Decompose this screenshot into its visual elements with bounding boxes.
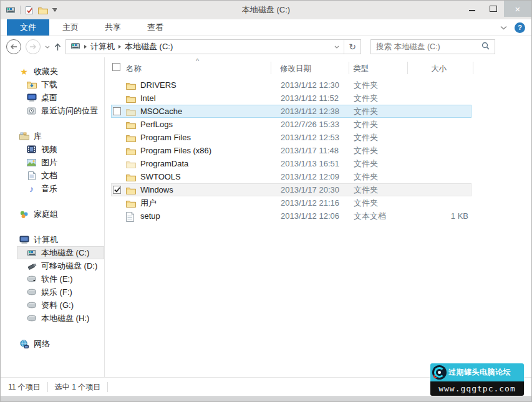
pictures-image-icon — [26, 158, 37, 168]
file-row-programdata[interactable]: ProgramData 2013/1/13 16:51 文件夹 — [111, 157, 472, 170]
search-box[interactable]: 搜索 本地磁盘 (C:) — [370, 39, 495, 54]
sidebar-item-music[interactable]: ♪ 音乐 — [17, 182, 104, 195]
breadcrumb-item-computer[interactable]: 计算机 — [90, 41, 115, 52]
row-checkbox-unchecked[interactable] — [113, 107, 121, 115]
file-row-perflogs[interactable]: PerfLogs 2012/7/26 15:33 文件夹 — [111, 118, 472, 131]
sidebar-item-recent-places[interactable]: 最近访问的位置 — [17, 104, 104, 117]
row-checkbox-checked[interactable] — [113, 186, 121, 194]
recent-locations-dropdown[interactable] — [45, 45, 50, 49]
sidebar-item-pictures[interactable]: 图片 — [17, 156, 104, 169]
network-globe-icon — [19, 339, 29, 349]
tab-share[interactable]: 共享 — [92, 19, 134, 36]
column-header-date[interactable]: 修改日期 — [280, 64, 311, 74]
column-divider[interactable] — [271, 62, 271, 74]
column-divider[interactable] — [349, 62, 349, 74]
sidebar-item-videos[interactable]: 视频 — [17, 143, 104, 156]
column-header-size[interactable]: 大小 — [431, 64, 447, 74]
column-header-row: 名称 ^ 修改日期 类型 大小 — [111, 61, 531, 76]
sidebar-item-local-disk-h[interactable]: 本地磁盘 (H:) — [17, 312, 104, 325]
title-bar: 本地磁盘 (C:) × — [1, 1, 531, 19]
file-row-swtools[interactable]: SWTOOLS 2013/1/12 12:09 文件夹 — [111, 170, 472, 183]
sidebar-label: 本地磁盘 (C:) — [41, 247, 89, 259]
address-dropdown-icon[interactable] — [330, 40, 344, 54]
file-date: 2013/1/12 12:06 — [281, 210, 339, 222]
tab-view[interactable]: 查看 — [134, 19, 177, 36]
sidebar-item-computer[interactable]: 计算机 — [17, 233, 104, 246]
sidebar-item-documents[interactable]: 文档 — [17, 169, 104, 182]
sidebar-label: 图片 — [41, 157, 57, 168]
disk-drive-icon — [26, 313, 37, 323]
navigation-pane: ★ 收藏夹 下载 桌面 最近访问的位置 — [1, 57, 105, 377]
toolbar-separator — [20, 6, 21, 14]
sidebar-item-homegroup[interactable]: 家庭组 — [17, 208, 104, 221]
file-date: 2013/1/12 12:09 — [281, 171, 339, 183]
collapse-ribbon-icon[interactable] — [500, 26, 507, 30]
sidebar-label: 软件 (E:) — [41, 274, 73, 285]
sidebar-item-favorites[interactable]: ★ 收藏夹 — [17, 65, 104, 78]
sidebar-item-drive-e[interactable]: 软件 (E:) — [17, 272, 104, 285]
breadcrumb-arrow-icon — [118, 45, 121, 49]
drive-icon — [6, 6, 16, 14]
sidebar-label: 收藏夹 — [34, 66, 58, 77]
column-header-type[interactable]: 类型 — [353, 64, 369, 74]
customize-toolbar-dropdown[interactable] — [52, 8, 57, 12]
tab-file[interactable]: 文件 — [7, 19, 49, 36]
file-row-msocache[interactable]: MSOCache 2013/1/12 12:38 文件夹 — [111, 105, 472, 118]
new-folder-button[interactable] — [38, 6, 48, 14]
file-date: 2013/1/17 20:30 — [281, 184, 339, 196]
file-type: 文件夹 — [354, 105, 378, 117]
search-icon[interactable] — [481, 41, 490, 52]
sidebar-item-downloads[interactable]: 下载 — [17, 78, 104, 91]
file-date: 2013/1/13 16:51 — [281, 158, 339, 170]
sidebar-item-drive-g[interactable]: 资料 (G:) — [17, 299, 104, 312]
ribbon-tab-bar: 文件 主页 共享 查看 ? — [1, 19, 531, 36]
properties-button[interactable] — [25, 6, 34, 15]
column-header-name[interactable]: 名称 — [126, 64, 142, 74]
sidebar-item-removable-disk-d[interactable]: 可移动磁盘 (D:) — [17, 259, 104, 272]
file-row-users[interactable]: 用户 2013/1/12 21:16 文件夹 — [111, 196, 472, 209]
sidebar-label: 网络 — [34, 338, 50, 350]
sidebar-label: 家庭组 — [34, 209, 58, 220]
file-list-pane: 名称 ^ 修改日期 类型 大小 DRIVERS 2013/1/12 12:30 … — [105, 57, 531, 377]
maximize-button[interactable] — [483, 1, 504, 17]
sidebar-item-drive-f[interactable]: 娱乐 (F:) — [17, 285, 104, 299]
folder-icon — [126, 160, 137, 169]
sidebar-label: 计算机 — [34, 234, 58, 246]
file-name: Intel — [140, 92, 156, 104]
documents-page-icon — [26, 171, 37, 181]
desktop-monitor-icon — [26, 93, 37, 103]
address-bar[interactable]: 计算机 本地磁盘 (C:) ↻ — [65, 39, 361, 54]
up-button[interactable] — [54, 43, 61, 51]
sidebar-item-network[interactable]: 网络 — [17, 337, 104, 350]
file-type: 文件夹 — [354, 118, 378, 130]
sidebar-item-local-disk-c[interactable]: 本地磁盘 (C:) — [17, 246, 104, 259]
file-row-program-files[interactable]: Program Files 2013/1/12 12:53 文件夹 — [111, 131, 472, 144]
window-controls: × — [462, 1, 531, 19]
file-row-intel[interactable]: Intel 2013/1/12 11:52 文件夹 — [111, 92, 472, 105]
file-date: 2013/1/12 12:38 — [281, 105, 339, 117]
tab-home[interactable]: 主页 — [49, 19, 92, 36]
refresh-button[interactable]: ↻ — [344, 40, 360, 54]
forward-button[interactable] — [26, 39, 41, 54]
minimize-button[interactable] — [462, 1, 483, 17]
back-button[interactable] — [6, 39, 21, 54]
close-button[interactable]: × — [504, 1, 531, 17]
file-row-drivers[interactable]: DRIVERS 2013/1/12 12:30 文件夹 — [111, 79, 472, 92]
file-row-program-files-x86[interactable]: Program Files (x86) 2013/1/17 11:48 文件夹 — [111, 144, 472, 157]
file-row-setup[interactable]: setup 2013/1/12 12:06 文本文档 1 KB — [111, 209, 472, 223]
file-name: Windows — [140, 184, 173, 196]
sidebar-item-libraries[interactable]: 库 — [17, 130, 104, 143]
file-date: 2013/1/12 21:16 — [281, 197, 339, 209]
folder-icon — [126, 120, 137, 130]
select-all-checkbox[interactable] — [112, 63, 120, 71]
column-divider[interactable] — [407, 62, 408, 74]
recent-places-icon — [26, 106, 37, 116]
breadcrumb-item-local-disk-c[interactable]: 本地磁盘 (C:) — [125, 41, 173, 52]
selected-count: 选中 1 个项目 — [55, 382, 100, 393]
column-divider[interactable] — [473, 62, 473, 74]
help-icon[interactable]: ? — [515, 22, 525, 33]
file-row-windows[interactable]: Windows 2013/1/17 20:30 文件夹 — [111, 183, 472, 196]
folder-icon — [126, 146, 137, 156]
file-date: 2013/1/12 12:30 — [281, 79, 339, 91]
sidebar-item-desktop[interactable]: 桌面 — [17, 91, 104, 104]
